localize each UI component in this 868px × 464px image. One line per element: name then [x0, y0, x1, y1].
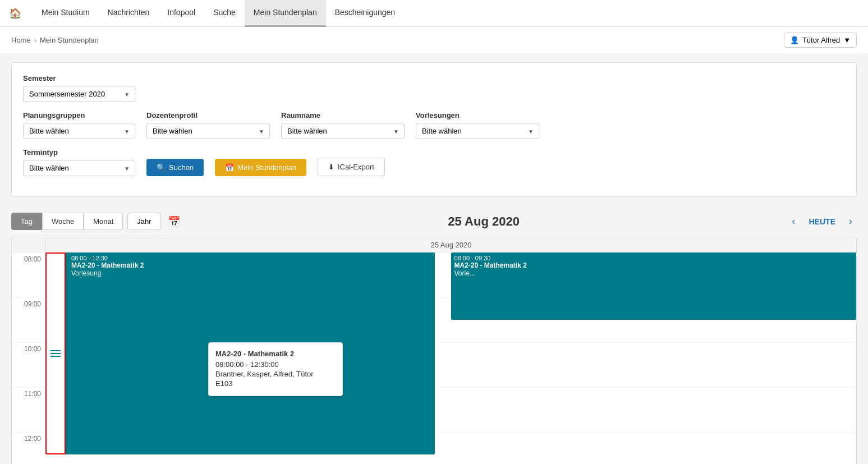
next-day-button[interactable]: ›	[844, 213, 857, 229]
view-tag-button[interactable]: Tag	[11, 213, 42, 230]
nav-bescheinigungen[interactable]: Bescheinigungen	[326, 0, 404, 27]
view-monat-button[interactable]: Monat	[84, 213, 123, 230]
dozentenprofil-select[interactable]: Bitte wählen	[146, 123, 270, 139]
event2-time: 08:00 - 09:30	[454, 255, 853, 261]
calendar-wrapper: 25 Aug 2020 08:00 09:00 10:00 11:00 12:0…	[11, 237, 857, 464]
heute-button[interactable]: HEUTE	[805, 215, 840, 228]
ical-label: ICal-Export	[338, 163, 374, 171]
event2-title: MA2-20 - Mathematik 2	[454, 261, 853, 269]
time-labels: 08:00 09:00 10:00 11:00 12:00	[12, 252, 45, 464]
termintyp-group: Termintyp Bitte wählen	[23, 148, 135, 176]
time-label-10: 10:00	[12, 342, 45, 387]
raumname-group: Raumname Bitte wählen	[281, 111, 405, 139]
raumname-label: Raumname	[281, 111, 405, 120]
nav-nachrichten[interactable]: Nachrichten	[99, 0, 159, 27]
breadcrumb-bar: Home › Mein Stundenplan 👤 Tütor Alfred ▼	[0, 27, 868, 53]
dozentenprofil-group: Dozentenprofil Bitte wählen	[146, 111, 270, 139]
time-label-12: 12:00	[12, 432, 45, 464]
event-tooltip: MA2-20 - Mathematik 2 08:00:00 - 12:30:0…	[208, 342, 343, 396]
termintyp-select[interactable]: Bitte wählen	[23, 160, 135, 176]
filter-row-termintyp: Termintyp Bitte wählen 🔍 Suchen 📅 Mein S…	[23, 148, 845, 176]
event1-title: MA2-20 - Mathematik 2	[71, 261, 431, 269]
home-icon[interactable]: 🏠	[9, 7, 21, 20]
day-label-spacer	[12, 237, 45, 252]
breadcrumb-home[interactable]: Home	[11, 36, 31, 44]
nav-mein-studium[interactable]: Mein Studium	[33, 0, 99, 27]
semester-label: Semester	[23, 74, 135, 82]
tooltip-room: E103	[215, 379, 336, 388]
tooltip-persons: Brantner, Kasper, Alfred, Tütor	[215, 370, 336, 378]
icon-line-3	[50, 356, 61, 357]
filter-panel: Semester Sommersemester 2020 Planungsgru…	[11, 62, 857, 197]
day-label: 25 Aug 2020	[45, 237, 856, 252]
icon-line-1	[50, 350, 61, 351]
search-icon: 🔍	[157, 163, 166, 172]
time-label-08: 08:00	[12, 252, 45, 297]
tooltip-title: MA2-20 - Mathematik 2	[215, 350, 336, 358]
timeline: 08:00 09:00 10:00 11:00 12:00	[12, 252, 856, 464]
user-dropdown-icon: ▼	[843, 36, 851, 44]
event-block-right[interactable]: 08:00 - 09:30 MA2-20 - Mathematik 2 Vorl…	[451, 252, 857, 320]
day-label-row: 25 Aug 2020	[12, 237, 856, 252]
breadcrumb-current: Mein Stundenplan	[40, 36, 99, 44]
vorlesungen-select[interactable]: Bitte wählen	[416, 123, 539, 139]
filter-row-semester: Semester Sommersemester 2020	[23, 74, 845, 102]
event-icon-box	[45, 252, 66, 454]
prev-day-button[interactable]: ‹	[788, 213, 800, 229]
events-area: 08:00 - 12:30 MA2-20 - Mathematik 2 Vorl…	[45, 252, 856, 464]
nav-infopool[interactable]: Infopool	[158, 0, 204, 27]
semester-group: Semester Sommersemester 2020	[23, 74, 135, 102]
calendar-date-display: 25 Aug 2020	[185, 214, 783, 229]
user-icon: 👤	[790, 36, 799, 44]
event1-time: 08:00 - 12:30	[71, 255, 431, 261]
download-icon: ⬇	[328, 163, 334, 171]
event-lines-icon	[50, 350, 61, 357]
stundenplan-button[interactable]: 📅 Mein Stundenplan	[215, 159, 306, 176]
user-menu-button[interactable]: 👤 Tütor Alfred ▼	[784, 33, 857, 48]
event2-type: Vorle...	[454, 269, 853, 277]
planungsgruppen-label: Planungsgruppen	[23, 111, 135, 120]
termintyp-label: Termintyp	[23, 148, 135, 157]
calendar-toolbar: Tag Woche Monat Jahr 📅 25 Aug 2020 ‹ HEU…	[0, 206, 868, 237]
filter-row-groups: Planungsgruppen Bitte wählen Dozentenpro…	[23, 111, 845, 139]
tooltip-time: 08:00:00 - 12:30:00	[215, 360, 336, 369]
nav-stundenplan[interactable]: Mein Stundenplan	[245, 0, 326, 27]
planungsgruppen-select[interactable]: Bitte wählen	[23, 123, 135, 139]
vorlesungen-group: Vorlesungen Bitte wählen	[416, 111, 539, 139]
calendar-picker-icon[interactable]: 📅	[168, 215, 180, 228]
time-label-11: 11:00	[12, 387, 45, 432]
breadcrumb-separator: ›	[34, 36, 36, 44]
vorlesungen-label: Vorlesungen	[416, 111, 539, 120]
calendar-icon: 📅	[225, 163, 234, 172]
calendar-body: 25 Aug 2020 08:00 09:00 10:00 11:00 12:0…	[0, 237, 868, 464]
view-woche-button[interactable]: Woche	[42, 213, 84, 230]
view-jahr-button[interactable]: Jahr	[127, 213, 160, 230]
search-label: Suchen	[169, 163, 194, 172]
time-label-09: 09:00	[12, 297, 45, 342]
nav-bar: 🏠 Mein Studium Nachrichten Infopool Such…	[0, 0, 868, 27]
search-button[interactable]: 🔍 Suchen	[146, 159, 204, 176]
view-btn-group: Tag Woche Monat	[11, 213, 123, 230]
ical-export-button[interactable]: ⬇ ICal-Export	[318, 158, 385, 176]
raumname-select[interactable]: Bitte wählen	[281, 123, 405, 139]
planungsgruppen-group: Planungsgruppen Bitte wählen	[23, 111, 135, 139]
user-label: Tütor Alfred	[802, 36, 840, 44]
dozentenprofil-label: Dozentenprofil	[146, 111, 270, 120]
stundenplan-label: Mein Stundenplan	[237, 163, 296, 172]
semester-select[interactable]: Sommersemester 2020	[23, 86, 135, 102]
nav-suche[interactable]: Suche	[204, 0, 245, 27]
event1-type: Vorlesung	[71, 269, 431, 277]
breadcrumb: Home › Mein Stundenplan	[11, 36, 99, 44]
icon-line-2	[50, 353, 61, 354]
